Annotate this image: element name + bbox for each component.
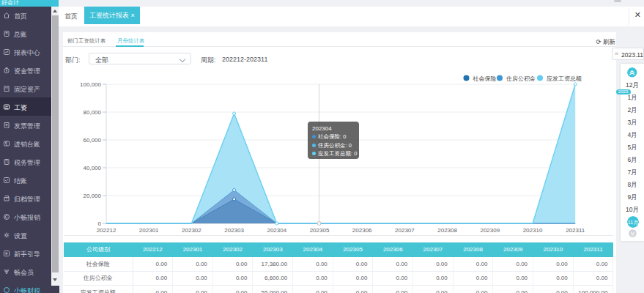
svg-text:40,000: 40,000 <box>84 165 102 171</box>
svg-text:202305: 202305 <box>310 227 330 234</box>
svg-text:住房公积金: 住房公积金 <box>506 75 536 82</box>
svg-text:202306: 202306 <box>352 227 372 234</box>
svg-text:20,000: 20,000 <box>84 193 102 199</box>
svg-text:202302: 202302 <box>182 227 201 234</box>
svg-text:202212: 202212 <box>97 227 116 234</box>
svg-text:202301: 202301 <box>139 227 159 234</box>
svg-text:202310: 202310 <box>523 227 543 234</box>
svg-text:100,000: 100,000 <box>80 81 101 88</box>
svg-text:202309: 202309 <box>480 227 500 234</box>
svg-text:60,000: 60,000 <box>84 137 102 144</box>
svg-text:80,000: 80,000 <box>84 109 102 116</box>
svg-text:11月: 11月 <box>627 220 637 226</box>
svg-text:202308: 202308 <box>437 227 457 234</box>
svg-text:202303: 202303 <box>224 227 244 234</box>
svg-text:202311: 202311 <box>566 227 585 234</box>
svg-text:202304: 202304 <box>267 227 286 234</box>
svg-text:社会保险: 社会保险 <box>473 75 497 82</box>
svg-text:0: 0 <box>98 220 102 227</box>
svg-text:应发工资总额: 应发工资总额 <box>547 75 582 82</box>
svg-text:202307: 202307 <box>395 227 415 234</box>
